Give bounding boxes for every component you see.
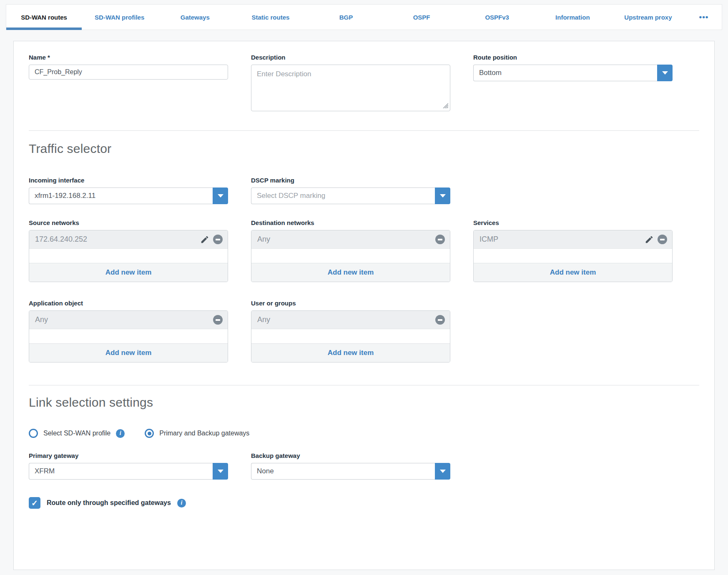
info-icon[interactable]: i xyxy=(177,499,186,508)
tab-sdwan-routes[interactable]: SD-WAN routes xyxy=(6,5,82,30)
backup-gateway-field-group: Backup gateway None xyxy=(251,452,450,480)
tab-sdwan-profiles[interactable]: SD-WAN profiles xyxy=(82,5,157,30)
primary-gateway-dropdown[interactable]: XFRM xyxy=(29,463,228,480)
dscp-marking-label: DSCP marking xyxy=(251,177,450,184)
remove-icon[interactable] xyxy=(435,235,445,244)
radio-label: Primary and Backup gateways xyxy=(159,430,249,437)
source-networks-field-group: Source networks 172.64.240.252 Add new i… xyxy=(29,219,228,282)
tab-gateways[interactable]: Gateways xyxy=(157,5,233,30)
dropdown-button[interactable] xyxy=(657,65,673,81)
list-item-text: Any xyxy=(35,315,48,324)
tab-information[interactable]: Information xyxy=(535,5,610,30)
destination-networks-label: Destination networks xyxy=(251,219,450,226)
radio-unchecked-icon[interactable] xyxy=(29,429,38,438)
chevron-down-icon xyxy=(662,71,668,75)
name-input[interactable] xyxy=(29,65,228,80)
radio-checked-icon[interactable] xyxy=(145,429,154,438)
tab-bgp[interactable]: BGP xyxy=(308,5,384,30)
checkbox-checked-icon[interactable]: ✓ xyxy=(29,497,40,509)
add-new-item-label: Add new item xyxy=(105,349,152,357)
add-new-item-label: Add new item xyxy=(105,268,152,277)
interface-dscp-row: Incoming interface xfrm1-192.168.2.11 DS… xyxy=(29,177,699,204)
dropdown-button[interactable] xyxy=(435,463,450,480)
list-item: Any xyxy=(251,230,450,249)
remove-icon[interactable] xyxy=(213,315,223,325)
networks-services-row: Source networks 172.64.240.252 Add new i… xyxy=(29,219,699,282)
description-field-group: Description xyxy=(251,54,450,111)
services-field-group: Services ICMP Add new item xyxy=(473,219,673,282)
application-object-add-button[interactable]: Add new item xyxy=(29,343,228,362)
application-object-label: Application object xyxy=(29,300,228,307)
check-glyph: ✓ xyxy=(31,499,38,507)
section-divider xyxy=(29,385,699,385)
list-empty-space xyxy=(29,329,228,343)
application-object-listbox: Any Add new item xyxy=(29,310,228,362)
gateways-row: Primary gateway XFRM Backup gateway None xyxy=(29,452,699,480)
tab-bar: SD-WAN routes SD-WAN profiles Gateways S… xyxy=(6,4,722,30)
description-textarea[interactable] xyxy=(251,65,450,111)
primary-gateway-field-group: Primary gateway XFRM xyxy=(29,452,228,480)
more-tabs-icon[interactable]: ••• xyxy=(686,5,722,30)
remove-icon[interactable] xyxy=(658,235,667,244)
minus-glyph xyxy=(216,239,220,240)
application-users-row: Application object Any Add new item User… xyxy=(29,300,699,362)
route-only-checkbox-row: ✓ Route only through specified gateways … xyxy=(29,497,699,509)
dropdown-button[interactable] xyxy=(213,463,228,480)
tab-upstream-proxy[interactable]: Upstream proxy xyxy=(610,5,686,30)
incoming-interface-dropdown[interactable]: xfrm1-192.168.2.11 xyxy=(29,188,228,204)
user-or-groups-listbox: Any Add new item xyxy=(251,310,450,362)
services-add-button[interactable]: Add new item xyxy=(474,263,672,282)
sdwan-route-form-panel: Name * Description Route position Bottom xyxy=(13,41,715,570)
edit-icon[interactable] xyxy=(645,235,654,244)
add-new-item-label: Add new item xyxy=(328,268,374,277)
tab-ospfv3[interactable]: OSPFv3 xyxy=(459,5,535,30)
chevron-down-icon xyxy=(218,470,223,473)
route-position-label: Route position xyxy=(473,54,673,61)
list-item-text: ICMP xyxy=(479,235,498,244)
user-or-groups-add-button[interactable]: Add new item xyxy=(251,343,450,362)
remove-icon[interactable] xyxy=(213,235,223,244)
link-selection-radio-row: Select SD-WAN profile i Primary and Back… xyxy=(29,429,699,438)
backup-gateway-dropdown[interactable]: None xyxy=(251,463,450,480)
radio-primary-backup-gateways[interactable]: Primary and Backup gateways xyxy=(145,429,249,438)
backup-gateway-label: Backup gateway xyxy=(251,452,450,459)
radio-select-sdwan-profile[interactable]: Select SD-WAN profile i xyxy=(29,429,125,438)
resize-grip-icon[interactable] xyxy=(442,102,448,108)
route-position-value: Bottom xyxy=(473,65,657,81)
edit-icon[interactable] xyxy=(200,235,209,244)
list-item-text: Any xyxy=(257,315,270,324)
user-or-groups-label: User or groups xyxy=(251,300,450,307)
chevron-down-icon xyxy=(218,194,223,198)
minus-glyph xyxy=(438,239,442,240)
dscp-marking-dropdown[interactable]: Select DSCP marking xyxy=(251,188,450,204)
description-label: Description xyxy=(251,54,450,61)
general-settings-row: Name * Description Route position Bottom xyxy=(29,54,699,111)
dropdown-button[interactable] xyxy=(435,188,450,204)
destination-networks-listbox: Any Add new item xyxy=(251,230,450,282)
application-object-field-group: Application object Any Add new item xyxy=(29,300,228,362)
section-divider xyxy=(29,130,699,131)
route-position-dropdown[interactable]: Bottom xyxy=(473,65,673,81)
chevron-down-icon xyxy=(440,470,446,473)
incoming-interface-value: xfrm1-192.168.2.11 xyxy=(29,188,213,204)
destination-networks-add-button[interactable]: Add new item xyxy=(251,263,450,282)
dropdown-button[interactable] xyxy=(213,188,228,204)
incoming-interface-label: Incoming interface xyxy=(29,177,228,184)
info-icon[interactable]: i xyxy=(116,429,125,438)
list-item: ICMP xyxy=(474,230,672,249)
radio-label: Select SD-WAN profile xyxy=(43,430,110,437)
route-position-field-group: Route position Bottom xyxy=(473,54,673,81)
list-item-text: Any xyxy=(257,235,270,244)
list-empty-space xyxy=(474,249,672,263)
dscp-marking-placeholder: Select DSCP marking xyxy=(251,188,435,204)
source-networks-label: Source networks xyxy=(29,219,228,226)
dscp-marking-field-group: DSCP marking Select DSCP marking xyxy=(251,177,450,204)
add-new-item-label: Add new item xyxy=(328,349,374,357)
tab-ospf[interactable]: OSPF xyxy=(384,5,459,30)
remove-icon[interactable] xyxy=(435,315,445,325)
route-only-checkbox-label: Route only through specified gateways xyxy=(47,499,171,507)
tab-static-routes[interactable]: Static routes xyxy=(233,5,308,30)
source-networks-add-button[interactable]: Add new item xyxy=(29,263,228,282)
backup-gateway-value: None xyxy=(251,463,435,480)
add-new-item-label: Add new item xyxy=(550,268,596,277)
